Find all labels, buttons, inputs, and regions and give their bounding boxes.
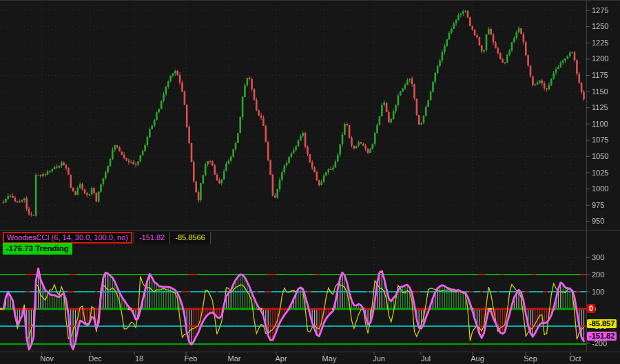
chart-canvas[interactable] (0, 1, 620, 364)
time-axis-label: 18 (135, 354, 143, 363)
time-axis-label: Nov (40, 354, 54, 363)
time-axis-label: Apr (275, 354, 287, 363)
time-axis[interactable]: NovDec18FebMarAprMayJunJulAugSepOct (0, 352, 620, 364)
time-axis-label: Aug (471, 354, 484, 363)
cci-panel (0, 268, 588, 350)
indicator-axis-label: 200 (592, 270, 604, 279)
time-axis-label: Mar (228, 354, 241, 363)
indicator-axis-label: 300 (592, 253, 604, 262)
cci14-value-axis-badge: -151.82 (587, 332, 617, 341)
time-axis-label: Oct (569, 354, 581, 363)
indicator-label[interactable]: WoodiesCCI (6, 14, 30.0, 100.0, no) (3, 232, 132, 244)
indicator-value-cci6: -85.8566 (170, 232, 210, 244)
candlestick-series (3, 10, 585, 217)
cci6-value-axis-badge: -85.857 (587, 319, 617, 328)
time-axis-label: Dec (88, 354, 102, 363)
time-axis-label: Jul (421, 354, 431, 363)
indicator-axis[interactable]: 3002001000-100-200 (590, 1, 620, 352)
cci-level-lines (0, 274, 588, 345)
indicator-axis-label: 100 (592, 288, 604, 297)
time-axis-label: May (322, 354, 337, 363)
trending-status-badge: -176.73 Trending (3, 243, 72, 255)
indicator-header: WoodiesCCI (6, 14, 30.0, 100.0, no) -151… (3, 232, 211, 244)
time-axis-label: Feb (185, 354, 198, 363)
trading-chart-window: 1275125012251200117511501125110010751050… (0, 0, 620, 364)
time-axis-label: Jun (373, 354, 385, 363)
indicator-value-cci14: -151.82 (134, 232, 170, 244)
time-axis-label: Sep (524, 354, 537, 363)
zero-line-axis-badge: 0 (587, 304, 595, 313)
